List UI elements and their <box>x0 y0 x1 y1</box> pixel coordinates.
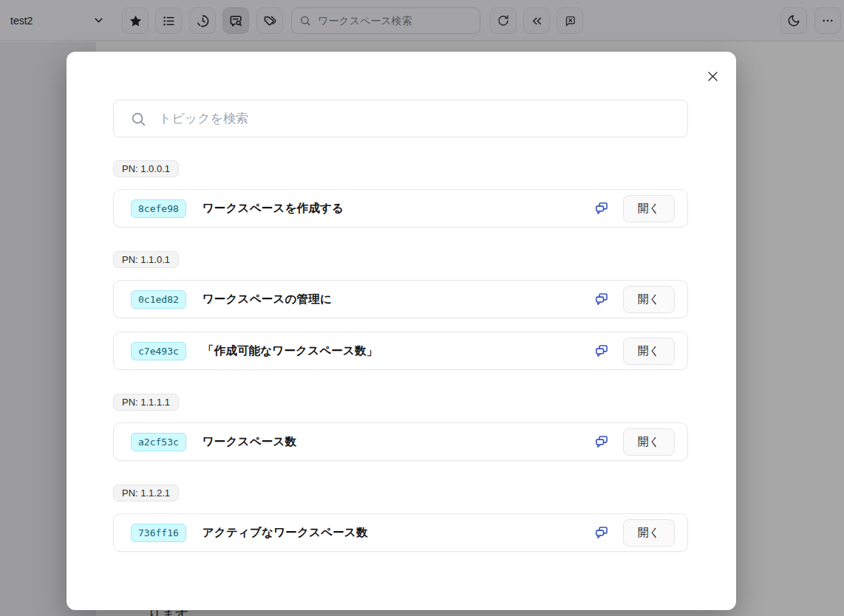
modal-close-button[interactable] <box>703 66 722 86</box>
topic-search-field[interactable] <box>113 100 688 137</box>
topic-title: ワークスペースを作成する <box>203 201 344 216</box>
pn-badge: PN: 1.1.0.1 <box>113 251 179 268</box>
topic-group: PN: 1.0.0.1 8cefe98 ワークスペースを作成する 開く <box>113 160 688 227</box>
open-button[interactable]: 開く <box>623 195 675 222</box>
open-button[interactable]: 開く <box>623 519 675 547</box>
topic-title: 「作成可能なワークスペース数」 <box>203 343 378 359</box>
chat-bubbles-icon[interactable] <box>594 525 609 540</box>
topic-code-badge: a2cf53c <box>131 433 186 451</box>
group-items: 736ff16 アクティブなワークスペース数 開く <box>113 513 688 552</box>
topic-group: PN: 1.1.1.1 a2cf53c ワークスペース数 開く <box>113 394 688 461</box>
chat-bubbles-icon[interactable] <box>594 343 609 358</box>
open-button[interactable]: 開く <box>623 338 675 365</box>
open-button-label: 開く <box>638 202 660 214</box>
open-button-label: 開く <box>638 435 660 448</box>
open-button-label: 開く <box>638 344 660 357</box>
topic-row[interactable]: 736ff16 アクティブなワークスペース数 開く <box>113 513 688 552</box>
topic-code-badge: 736ff16 <box>131 524 186 542</box>
topic-row[interactable]: c7e493c 「作成可能なワークスペース数」 開く <box>113 332 688 370</box>
pn-badge: PN: 1.0.0.1 <box>113 160 179 177</box>
topic-code-badge: c7e493c <box>131 342 186 360</box>
topic-search-modal: PN: 1.0.0.1 8cefe98 ワークスペースを作成する 開く PN: … <box>67 52 736 610</box>
topic-code-badge: 0c1ed82 <box>131 290 186 309</box>
topic-title: アクティブなワークスペース数 <box>203 525 368 541</box>
chat-bubbles-icon[interactable] <box>594 201 609 216</box>
topic-row[interactable]: a2cf53c ワークスペース数 開く <box>113 422 688 461</box>
open-button[interactable]: 開く <box>623 286 675 313</box>
topic-code-badge: 8cefe98 <box>131 199 186 218</box>
topic-search-input[interactable] <box>159 112 674 126</box>
group-items: a2cf53c ワークスペース数 開く <box>113 422 688 461</box>
chat-bubbles-icon[interactable] <box>594 292 609 307</box>
group-items: 0c1ed82 ワークスペースの管理に 開く c7e493c 「作成可能なワーク… <box>113 280 688 370</box>
open-button-label: 開く <box>638 526 660 538</box>
topic-group: PN: 1.1.0.1 0c1ed82 ワークスペースの管理に 開く c7e49… <box>113 251 688 370</box>
group-items: 8cefe98 ワークスペースを作成する 開く <box>113 189 688 227</box>
open-button-label: 開く <box>638 292 660 305</box>
topic-group: PN: 1.1.2.1 736ff16 アクティブなワークスペース数 開く <box>113 485 688 552</box>
topic-row[interactable]: 0c1ed82 ワークスペースの管理に 開く <box>113 280 688 318</box>
topic-row[interactable]: 8cefe98 ワークスペースを作成する 開く <box>113 189 688 227</box>
pn-badge: PN: 1.1.1.1 <box>113 394 179 411</box>
topic-title: ワークスペース数 <box>203 434 296 450</box>
topic-title: ワークスペースの管理に <box>203 292 332 307</box>
open-button[interactable]: 開く <box>623 428 675 456</box>
topic-groups: PN: 1.0.0.1 8cefe98 ワークスペースを作成する 開く PN: … <box>113 160 688 575</box>
close-icon <box>706 69 720 83</box>
search-icon <box>130 111 146 127</box>
pn-badge: PN: 1.1.2.1 <box>113 485 179 502</box>
chat-bubbles-icon[interactable] <box>594 434 609 449</box>
